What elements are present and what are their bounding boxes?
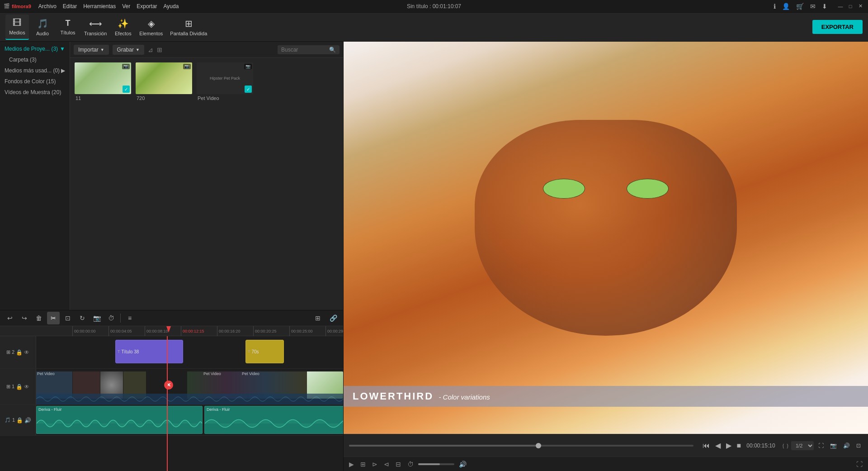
media-sidebar: Medios de Proye... (3) ▼ Carpeta (3) Med… (0, 42, 70, 310)
play-all-icon[interactable]: ▶ (347, 460, 356, 469)
playback-extra-controls: ▶ ⊞ ⊳ ⊲ ⊟ ⏱ 🔊 ⛶ (344, 457, 868, 471)
track-audio-mute[interactable]: 🔊 (24, 417, 31, 423)
import-button[interactable]: Importar ▼ (74, 45, 109, 55)
render-icon[interactable]: ⊟ (394, 460, 403, 469)
menu-ver[interactable]: Ver (122, 3, 130, 10)
medios-icon: 🎞 (13, 18, 22, 28)
clip-70s[interactable]: T 70s (245, 340, 284, 363)
audio-adjust-button[interactable]: ≡ (123, 312, 136, 324)
maximize-button[interactable]: □ (846, 2, 854, 10)
track-1-controls: ⊞ 1 🔒 👁 (6, 384, 29, 390)
close-button[interactable]: ✕ (856, 2, 864, 10)
video-segment-label3: Pet Video (242, 371, 259, 376)
rotate-button[interactable]: ↻ (76, 312, 89, 324)
audio-label: Audio (36, 31, 49, 36)
download-icon[interactable]: ⬇ (820, 2, 829, 11)
media-item-rabbit[interactable]: 📷 ✓ 11 (75, 62, 131, 101)
fullscreen-icon[interactable]: ⛶ (816, 441, 826, 451)
sidebar-item-medios-usados[interactable]: Medios más usad... (0) ▶ (0, 65, 70, 76)
cut-button[interactable]: ✂ (47, 312, 60, 324)
media-item-pet-video[interactable]: Hipster Pet Pack 📷 ✓ Pet Video (197, 62, 253, 101)
menu-editar[interactable]: Editar (63, 3, 77, 10)
volume-fill (418, 463, 440, 465)
redo-button[interactable]: ↪ (18, 312, 31, 324)
preview-ratio-select[interactable]: 1/2 Full 1/4 (791, 441, 814, 450)
preview-video: LOWERTHIRD - Color variations (344, 42, 868, 434)
tool-elementos[interactable]: ◈ Elementos (137, 14, 165, 40)
sidebar-item-fondos-color[interactable]: Fondos de Color (15) (0, 76, 70, 87)
timer-button[interactable]: ⏱ (105, 312, 118, 324)
track-audio-lock[interactable]: 🔒 (16, 417, 23, 423)
play-button[interactable]: ▶ (724, 439, 733, 452)
store-icon[interactable]: 🛒 (794, 2, 806, 11)
menu-exportar[interactable]: Exportar (137, 3, 157, 10)
grid-view-icon[interactable]: ⊞ (157, 46, 162, 53)
link-track-icon[interactable]: 🔗 (327, 312, 340, 324)
main-area: Medios de Proye... (3) ▼ Carpeta (3) Med… (0, 42, 868, 471)
menu-archivo[interactable]: Archivo (38, 3, 57, 10)
mark-in-icon[interactable]: ⊳ (370, 460, 379, 469)
search-input[interactable] (281, 47, 326, 53)
track-eye-icon[interactable]: 👁 (24, 349, 29, 356)
clock-icon[interactable]: ⏱ (406, 460, 415, 469)
rewind-button[interactable]: ⏮ (701, 440, 712, 452)
record-button[interactable]: Grabar ▼ (113, 45, 144, 55)
sidebar-label: Fondos de Color (15) (5, 78, 56, 85)
logo-icon: 🎬 (4, 3, 10, 9)
crop-button[interactable]: ⊡ (61, 312, 74, 324)
media-item-720[interactable]: 📷 720 (136, 62, 192, 101)
tool-efectos[interactable]: ✨ Efectos (111, 14, 135, 40)
sidebar-item-medios-proyecto[interactable]: Medios de Proye... (3) ▼ (0, 43, 70, 54)
media-grid: 📷 ✓ 11 📷 720 (70, 58, 343, 310)
mail-icon[interactable]: ✉ (808, 2, 817, 11)
tool-audio[interactable]: 🎵 Audio (31, 14, 54, 40)
expand-icon[interactable]: ⛶ (854, 460, 864, 469)
audio-clip-2[interactable]: Deriva - Fluir (204, 406, 343, 434)
add-track-icon[interactable]: ⊞ (311, 312, 324, 324)
filter-icon[interactable]: ⊿ (148, 46, 153, 53)
menu-herramientas[interactable]: Herramientas (83, 3, 116, 10)
stop-button[interactable]: ■ (735, 440, 743, 452)
step-back-button[interactable]: ◀ (713, 439, 722, 452)
minimize-button[interactable]: — (836, 2, 844, 10)
left-panel: Medios de Proye... (3) ▼ Carpeta (3) Med… (0, 42, 344, 471)
preview-progress-bar[interactable] (349, 445, 693, 447)
snapshot-icon[interactable]: 📷 (828, 441, 839, 451)
search-icon[interactable]: 🔍 (329, 47, 336, 53)
delete-marker[interactable]: ✕ (164, 381, 173, 390)
track1-lock-icon[interactable]: 🔒 (16, 384, 23, 390)
delete-button[interactable]: 🗑 (33, 312, 45, 324)
volume-icon[interactable]: 🔊 (841, 441, 852, 451)
clip-titulo-38[interactable]: T Título 38 (115, 340, 183, 363)
lower-third-overlay: LOWERTHIRD - Color variations (344, 386, 868, 407)
tool-pantalla-dividida[interactable]: ⊞ Pantalla Dividida (167, 14, 210, 40)
import-label: Importar (78, 47, 99, 53)
menu-ayuda[interactable]: Ayuda (164, 3, 179, 10)
tool-transicion[interactable]: ⟷ Transición (81, 14, 109, 40)
tool-titulos[interactable]: T Títulos (56, 14, 80, 40)
sidebar-item-videos-muestra[interactable]: Vídeos de Muestra (20) (0, 87, 70, 98)
record-label: Grabar (117, 47, 134, 53)
track1-eye-icon[interactable]: 👁 (24, 384, 29, 390)
sidebar-item-carpeta[interactable]: Carpeta (3) (0, 54, 70, 65)
preview-progress-fill (349, 445, 538, 447)
audio-clip-1[interactable]: Deriva - Fluir (36, 406, 203, 434)
preview-thumb[interactable] (536, 443, 541, 448)
elementos-label: Elementos (139, 31, 163, 36)
preview-controls: ⏮ ◀ ▶ ■ 00:00:15:10 { } 1/2 Full 1/4 ⛶ 📷… (344, 434, 868, 457)
volume-slider[interactable] (418, 463, 454, 465)
pip-icon[interactable]: ⊡ (854, 441, 863, 451)
mute-icon[interactable]: 🔊 (457, 460, 468, 469)
account-icon[interactable]: 👤 (780, 2, 792, 11)
export-button[interactable]: EXPORTAR (812, 20, 863, 34)
undo-button[interactable]: ↩ (4, 312, 16, 324)
track-lock-icon[interactable]: 🔒 (16, 349, 23, 356)
ruler-mark-1: 00:00:04:05 (108, 326, 145, 336)
snapshot-button[interactable]: 📷 (90, 312, 103, 324)
tool-medios[interactable]: 🎞 Medios (5, 14, 29, 40)
mark-out-icon[interactable]: ⊲ (382, 460, 391, 469)
lower-third-title: LOWERTHIRD (353, 390, 434, 402)
clip-icon[interactable]: ⊞ (359, 460, 368, 469)
info-icon[interactable]: ℹ (772, 2, 778, 11)
track-header-audio: 🎵 1 🔒 🔊 (0, 405, 36, 435)
